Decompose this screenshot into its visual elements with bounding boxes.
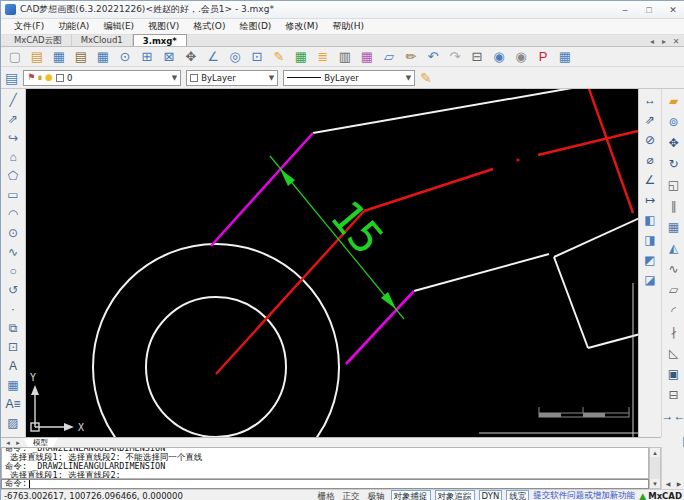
dim-style-button[interactable]: ◨ [639,230,661,250]
dim-radius-button[interactable]: ⊘ [639,130,661,150]
undo-button[interactable]: ↶ [422,47,444,66]
dim-diameter-button[interactable]: ⌀ [639,150,661,170]
rectangle-button[interactable]: ▭ [2,185,24,204]
dim-edit-button[interactable]: ◪ [639,270,661,290]
revision-cloud-button[interactable]: ↺ [2,280,24,299]
doc-tab[interactable]: MxCAD云图 [5,34,72,46]
feedback-link[interactable]: 提交软件问题或增加新功能 [533,490,635,500]
zoom-extents-button[interactable]: ⊠ [158,47,180,66]
block-palette-button[interactable]: ▦ [356,47,378,66]
break-button[interactable]: ∤ [663,321,684,342]
open-folder-button[interactable]: ▤ [70,47,92,66]
mirror-button[interactable]: ◭ [663,237,684,258]
command-input[interactable]: 命令: [1,479,649,489]
color-select[interactable]: ByLayer ▼ [186,70,278,86]
linetype-manager-button[interactable]: ≣ [312,47,334,66]
zoom-dynamic-button[interactable]: ∠ [202,47,224,66]
minimize-button[interactable]: – [613,1,637,18]
redo-button[interactable]: ↷ [444,47,466,66]
dim-copy-button[interactable]: ◧ [639,210,661,230]
model-sheet-tab[interactable]: 模型 [23,438,58,447]
dim-aligned-button[interactable]: ⇗ [639,110,661,130]
dim-angular-button[interactable]: ∠ [639,170,661,190]
doc-tab[interactable]: 3.mxg* [133,34,187,46]
save-button[interactable]: ▦ [48,47,70,66]
menu-item[interactable]: 视图(V) [141,20,186,33]
web-publish-button[interactable]: ◉ [488,47,510,66]
linetype-select[interactable]: ByLayer ▼ [283,70,415,86]
insert-image-button[interactable]: ▦ [2,375,24,394]
status-toggle[interactable]: 线宽 [506,490,529,500]
scroll-right-button[interactable]: ▶ [674,479,684,488]
ellipse-button[interactable]: ○ [2,261,24,280]
color-palette-button[interactable]: ▦ [290,47,312,66]
copy-button[interactable]: ⊚ [663,111,684,132]
pan-button[interactable]: ✥ [180,47,202,66]
polygon-button[interactable]: ⌂ [2,147,24,166]
single-text-button[interactable]: A [2,356,24,375]
status-toggle[interactable]: 对象追踪 [435,490,475,500]
tab-scroll-left-button[interactable]: ◂ [646,37,658,46]
construction-line-button[interactable]: ⇗ [2,109,24,128]
status-toggle[interactable]: 极轴 [366,491,387,500]
selection-set-button[interactable]: ▱ [378,47,400,66]
erase-button[interactable]: ▰ [663,90,684,111]
export-pdf-button[interactable]: P [532,47,554,66]
sheet-next-button[interactable]: ▸ [13,439,23,447]
menu-item[interactable]: 格式(O) [186,20,232,33]
point-button[interactable]: ∙ [2,299,24,318]
spline-button[interactable]: ∿ [2,242,24,261]
status-toggle[interactable]: DYN [479,490,503,500]
doc-tab[interactable]: MxCloud1 [72,34,133,46]
scroll-left-button[interactable]: ◀ [663,479,673,488]
draw-settings-button[interactable]: ✎ [420,70,432,86]
sheet-prev-button[interactable]: ◂ [3,439,13,447]
zoom-previous-button[interactable]: ⊙ [114,47,136,66]
menu-item[interactable]: 文件(F) [7,20,51,33]
tab-close-button[interactable]: ✕ [670,37,682,46]
zoom-window-button[interactable]: ⊞ [136,47,158,66]
command-scrollbar[interactable]: ▲ ▼ [649,447,661,489]
zoom-scale-button[interactable]: ⊡ [246,47,268,66]
status-toggle[interactable]: 正交 [341,491,362,500]
polyline-button[interactable]: ↪ [2,128,24,147]
layer-select[interactable]: ⚑ ∎ ● 0 ▼ [23,70,181,86]
clip-button[interactable]: ⊟ [663,384,684,405]
dim-linear-button[interactable]: ↔ [639,90,661,110]
drawing-canvas[interactable]: 15 Y X [26,89,638,437]
explode-button[interactable]: ▣ [663,363,684,384]
menu-item[interactable]: 功能(A) [51,20,96,33]
close-button[interactable]: ✕ [661,1,684,18]
menu-item[interactable]: 编辑(E) [96,20,141,33]
insert-block-button[interactable]: ⧉ [2,318,24,337]
define-block-button[interactable]: ⊡ [2,337,24,356]
zoom-object-button[interactable]: ◎ [224,47,246,66]
web-settings-button[interactable]: ◉ [510,47,532,66]
edit-block-button[interactable]: ✏ [400,47,422,66]
polygon-irregular-button[interactable]: ⬠ [2,166,24,185]
arc-button[interactable]: ◠ [2,204,24,223]
fillet-button[interactable]: ◜ [663,300,684,321]
print-button[interactable]: ⊟ [466,47,488,66]
move-button[interactable]: ✥ [663,132,684,153]
status-toggle[interactable]: 对象捕捉 [391,490,431,500]
array-button[interactable]: ▦ [663,216,684,237]
save-all-button[interactable]: ▦ [92,47,114,66]
menu-item[interactable]: 修改(M) [278,20,325,33]
status-toggle[interactable]: 栅格 [316,491,337,500]
open-file-button[interactable]: ▤ [26,47,48,66]
multiline-text-button[interactable]: A≡ [2,394,24,413]
circle-button[interactable]: ⊙ [2,223,24,242]
export-image-button[interactable]: ▦ [554,47,576,66]
tab-scroll-right-button[interactable]: ▸ [658,37,670,46]
join-button[interactable]: →← [663,405,684,426]
dim-update-button[interactable]: ◩ [639,250,661,270]
scale-button[interactable]: ◱ [663,174,684,195]
menu-item[interactable]: 绘图(D) [232,20,278,33]
dim-continue-button[interactable]: ↦ [639,190,661,210]
menu-item[interactable]: 帮助(H) [325,20,371,33]
layer-manager-button[interactable]: ▥ [334,47,356,66]
scroll-down-button[interactable]: ▼ [650,479,660,488]
chamfer-button[interactable]: ◺ [663,342,684,363]
sketch-button[interactable]: ✎ [268,47,290,66]
